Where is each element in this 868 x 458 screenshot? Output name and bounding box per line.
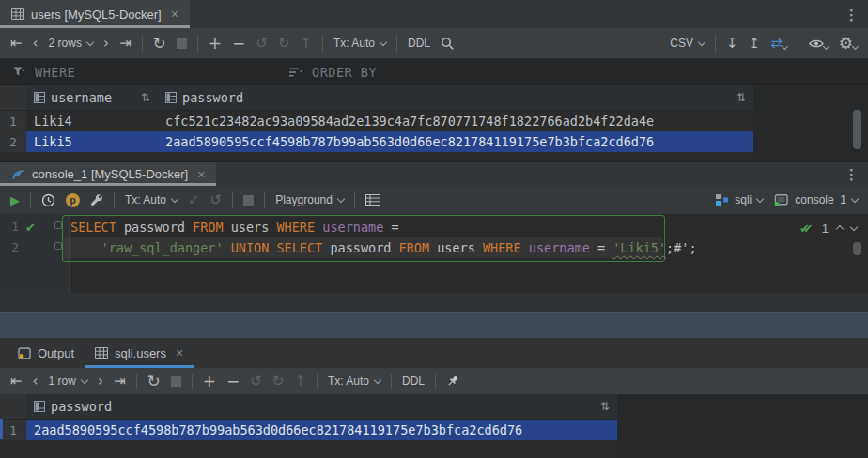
column-header-username[interactable]: username ⇅ bbox=[26, 85, 158, 110]
redo-button: ↻ bbox=[272, 374, 285, 389]
import-data-icon[interactable]: ↥ bbox=[749, 37, 761, 51]
search-icon[interactable] bbox=[441, 37, 455, 51]
schema-switcher[interactable]: sqli bbox=[715, 193, 763, 206]
statement-executed-icon: ✔ bbox=[25, 218, 36, 238]
pivot-button[interactable]: ⇄ bbox=[770, 37, 787, 51]
code-line-2[interactable]: 'raw_sql_danger' UNION SELECT password F… bbox=[70, 237, 697, 258]
sql-editor[interactable]: 1 2 ✔ SELECT password FROM users WHERE u… bbox=[0, 214, 868, 293]
sort-toggle-icon[interactable]: ⇅ bbox=[736, 91, 746, 104]
ddl-button[interactable]: DDL bbox=[408, 37, 430, 50]
next-result-icon[interactable] bbox=[850, 223, 858, 231]
cell-password[interactable]: 2aad5890595ccf4598b787b99ab563d0d66ec821… bbox=[158, 131, 753, 152]
previous-result-icon[interactable] bbox=[836, 225, 844, 233]
redo-button: ↻ bbox=[278, 37, 290, 51]
tx-mode-dropdown[interactable]: Tx: Auto bbox=[328, 374, 380, 388]
sort-toggle-icon[interactable]: ⇅ bbox=[141, 91, 150, 104]
mysql-dolphin-icon bbox=[11, 168, 25, 180]
column-icon bbox=[34, 401, 45, 412]
fold-marker-icon[interactable] bbox=[54, 221, 62, 229]
users-data-grid: username ⇅ password ⇅ 1 Liki4 cfc521c234… bbox=[0, 85, 868, 161]
order-by-filter-field[interactable]: ORDER BY bbox=[289, 59, 377, 84]
tx-mode-dropdown[interactable]: Tx: Auto bbox=[125, 193, 178, 206]
view-options-button[interactable] bbox=[809, 38, 829, 49]
delete-row-button[interactable]: − bbox=[226, 374, 240, 389]
column-header-password[interactable]: password ⇅ bbox=[26, 394, 617, 419]
kebab-menu-icon[interactable]: ⋮ bbox=[845, 8, 859, 22]
execute-button[interactable]: ▶ bbox=[10, 194, 20, 206]
column-header-password[interactable]: password ⇅ bbox=[158, 85, 753, 110]
wrench-icon[interactable] bbox=[90, 193, 103, 206]
code-line-1[interactable]: SELECT password FROM users WHERE usernam… bbox=[70, 217, 399, 237]
tab-title: users [MySQL5-Docker] bbox=[31, 8, 162, 22]
table-grid-icon bbox=[95, 347, 108, 359]
cell-username[interactable]: Liki4 bbox=[26, 111, 158, 131]
column-label: password bbox=[51, 399, 112, 414]
delete-row-button[interactable]: − bbox=[232, 36, 245, 52]
sql-keyword: SELECT bbox=[276, 240, 322, 255]
page-size-dropdown[interactable]: 2 rows bbox=[49, 37, 93, 50]
sort-toggle-icon[interactable]: ⇅ bbox=[600, 400, 610, 413]
separator bbox=[136, 374, 137, 389]
cell-password[interactable]: 2aad5890595ccf4598b787b99ab563d0d66ec821… bbox=[26, 420, 617, 440]
close-icon[interactable]: × bbox=[171, 8, 178, 21]
tab-sqli-users[interactable]: sqli.users × bbox=[85, 338, 194, 368]
separator bbox=[391, 374, 392, 389]
editor-scrollbar[interactable] bbox=[853, 242, 861, 255]
close-icon[interactable]: × bbox=[176, 346, 183, 359]
last-page-button[interactable]: ⇥ bbox=[119, 37, 132, 51]
refresh-button[interactable]: ↻ bbox=[147, 374, 161, 389]
line-number: 1 bbox=[4, 217, 19, 237]
previous-page-button[interactable]: ‹ bbox=[33, 37, 39, 51]
vertical-scrollbar[interactable] bbox=[853, 110, 861, 149]
query-history-icon[interactable] bbox=[41, 193, 55, 207]
separator bbox=[264, 192, 265, 208]
separator bbox=[354, 192, 355, 208]
tab-users-grid[interactable]: users [MySQL5-Docker] × bbox=[0, 0, 190, 28]
last-page-button[interactable]: ⇥ bbox=[114, 374, 126, 389]
kebab-menu-icon[interactable]: ⋮ bbox=[845, 167, 859, 181]
page-size-label: 1 row bbox=[49, 374, 76, 388]
page-size-dropdown[interactable]: 1 row bbox=[49, 374, 87, 388]
tx-mode-label: Tx: Auto bbox=[333, 37, 375, 50]
separator bbox=[396, 36, 397, 52]
table-row-selected[interactable]: 1 2aad5890595ccf4598b787b99ab563d0d66ec8… bbox=[0, 420, 617, 440]
ddl-button[interactable]: DDL bbox=[402, 374, 425, 388]
parameters-icon[interactable]: p bbox=[66, 193, 80, 207]
datagrip-window: users [MySQL5-Docker] × ⋮ ⇤ ‹ 2 rows › ⇥… bbox=[0, 0, 868, 458]
separator bbox=[322, 36, 323, 52]
settings-button[interactable]: ⚙ bbox=[839, 36, 858, 52]
cell-username[interactable]: Liki5 bbox=[26, 131, 158, 152]
close-icon[interactable]: × bbox=[197, 168, 205, 181]
pin-tab-icon[interactable] bbox=[446, 374, 459, 388]
result-tab-bar: Output sqli.users × bbox=[0, 338, 868, 368]
row-number-header bbox=[0, 85, 26, 110]
next-page-button[interactable]: › bbox=[103, 37, 109, 51]
first-page-button[interactable]: ⇤ bbox=[10, 37, 23, 51]
where-filter-field[interactable]: WHERE bbox=[0, 59, 289, 84]
in-editor-results-icon[interactable] bbox=[365, 194, 380, 206]
schema-label: sqli bbox=[735, 193, 752, 206]
session-switcher[interactable]: console_1 bbox=[773, 193, 858, 206]
separator bbox=[317, 374, 318, 389]
tab-output[interactable]: Output bbox=[8, 338, 85, 368]
export-format-dropdown[interactable]: CSV bbox=[670, 37, 705, 50]
table-row-selected[interactable]: 2 Liki5 2aad5890595ccf4598b787b99ab563d0… bbox=[0, 131, 753, 152]
fold-marker-icon[interactable] bbox=[54, 242, 62, 250]
add-row-button[interactable]: + bbox=[209, 36, 222, 52]
tab-label: sqli.users bbox=[115, 346, 166, 360]
next-page-button[interactable]: › bbox=[98, 374, 103, 389]
result-data-grid: password ⇅ 1 2aad5890595ccf4598b787b99ab… bbox=[0, 394, 868, 458]
separator bbox=[142, 36, 143, 52]
tab-console-1[interactable]: console_1 [MySQL5-Docker] × bbox=[0, 162, 216, 186]
cell-password[interactable]: cfc521c23482ac93a09584ad2e139c4a7fc87077… bbox=[158, 111, 753, 131]
first-page-button[interactable]: ⇤ bbox=[10, 374, 23, 389]
sql-text bbox=[70, 240, 101, 255]
export-data-icon[interactable]: ↧ bbox=[726, 37, 738, 51]
sql-text: users bbox=[224, 220, 277, 235]
playground-mode-dropdown[interactable]: Playground bbox=[275, 193, 344, 206]
previous-page-button[interactable]: ‹ bbox=[33, 374, 39, 389]
add-row-button[interactable]: + bbox=[203, 374, 216, 389]
tx-mode-dropdown[interactable]: Tx: Auto bbox=[333, 37, 386, 50]
table-row[interactable]: 1 Liki4 cfc521c23482ac93a09584ad2e139c4a… bbox=[0, 111, 753, 131]
refresh-button[interactable]: ↻ bbox=[153, 36, 166, 52]
